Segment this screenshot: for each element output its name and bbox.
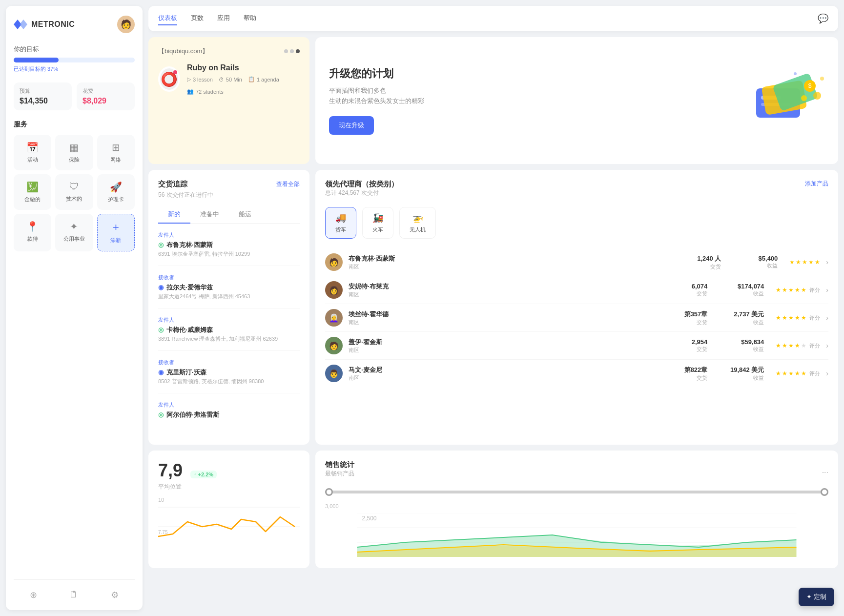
row-3: 7,9 ↑ +2.2% 平均位置 10 7.75 [148, 451, 838, 568]
add-product-button[interactable]: 添加产品 [805, 180, 828, 188]
star-5: ★ [815, 259, 820, 266]
network-icon: ⊞ [112, 142, 120, 153]
upgrade-illustration: $ [746, 69, 824, 132]
progress-bar-fill [14, 58, 59, 62]
service-technical-label: 技术的 [66, 195, 82, 203]
upgrade-button[interactable]: 现在升级 [329, 116, 374, 135]
main-content: 仪表板 页数 应用 帮助 💬 【biqubiqu.com】 [148, 0, 844, 616]
agent-arrow-2[interactable]: › [826, 286, 828, 294]
goal-percent: 已达到目标的 37% [14, 65, 135, 73]
star2-3: ★ [788, 287, 794, 293]
avg-value-row: 7,9 ↑ +2.2% [158, 460, 300, 481]
service-activity-label: 活动 [27, 156, 38, 164]
service-insurance[interactable]: ▦ 保险 [55, 135, 93, 170]
train-icon: 🚂 [372, 212, 383, 223]
agent-trans-label-4: 交货 [697, 346, 707, 353]
agenda-meta: 📋 1 agenda [248, 76, 279, 82]
tab-shipping[interactable]: 船运 [229, 206, 261, 224]
agent-name-2: 安妮特·布莱克 [349, 282, 680, 291]
star4-5: ★ [801, 342, 806, 349]
nav-pages[interactable]: 页数 [191, 12, 204, 25]
services-label: 服务 [14, 120, 135, 129]
service-financial[interactable]: 💹 金融的 [14, 174, 51, 210]
range-handle-left[interactable] [325, 488, 333, 496]
nav-help[interactable]: 帮助 [244, 12, 256, 25]
students-icon: 👥 [187, 88, 194, 95]
star-1: ★ [789, 259, 795, 266]
customize-button[interactable]: ✦ 定制 [799, 588, 834, 606]
role-2: 接收者 [158, 274, 300, 281]
name-4: ◉ 克里斯汀·沃森 [158, 368, 300, 377]
agent-revenue-3: 2,737 美元 收益 [725, 310, 764, 326]
range-handle-right[interactable] [821, 488, 828, 496]
star4-4: ★ [795, 342, 800, 349]
chart-y-labels: 10 [158, 497, 300, 503]
star-4: ★ [808, 259, 814, 266]
course-title: Ruby on Rails [187, 63, 300, 72]
receipt-icon[interactable]: 🗒 [69, 590, 78, 600]
layers-icon[interactable]: ⊛ [30, 590, 37, 600]
avg-chart-container: 10 7.75 [158, 497, 300, 550]
star5-1: ★ [776, 370, 781, 377]
course-card-header: 【biqubiqu.com】 [158, 47, 300, 56]
financial-icon: 💹 [26, 181, 39, 193]
svg-point-10 [801, 95, 807, 101]
rating-label-4: 评分 [809, 342, 820, 349]
progress-bar-bg [14, 58, 135, 62]
agent-trans-label-1: 交货 [710, 263, 721, 270]
star5-2: ★ [782, 370, 787, 377]
delivery-card: 交货追踪 查看全部 56 次交付正在进行中 新的 准备中 船运 发件人 ◎ 布鲁… [148, 170, 309, 445]
svg-point-12 [794, 72, 797, 75]
agent-transactions-5: 第822章 交货 [684, 366, 708, 382]
service-add[interactable]: + 添新 [97, 214, 135, 251]
cat-tab-truck[interactable]: 🚚 货车 [325, 207, 356, 239]
agent-arrow-5[interactable]: › [826, 370, 828, 377]
agent-arrow-1[interactable]: › [826, 258, 828, 266]
nav-dashboard[interactable]: 仪表板 [158, 12, 177, 25]
service-activity[interactable]: 📅 活动 [14, 135, 51, 170]
agent-transactions-3: 第357章 交货 [684, 310, 708, 326]
addr-2: 里家大道2464号 梅萨, 新泽西州 45463 [158, 293, 300, 300]
technical-icon: 🛡 [69, 181, 79, 192]
agent-rev-val-3: 2,737 美元 [734, 310, 764, 319]
range-slider[interactable] [325, 491, 828, 493]
sales-more-icon[interactable]: ··· [822, 468, 828, 477]
chart-y-labels-sales: 3,000 [325, 503, 828, 509]
settings-icon[interactable]: ⚙ [111, 590, 119, 600]
upgrade-text: 升级您的计划 平面插图和我们多色 生动的未混合紫色头发女士的精彩 现在升级 [329, 66, 424, 135]
agent-trans-label-3: 交货 [697, 319, 707, 326]
chat-icon[interactable]: 💬 [818, 13, 828, 24]
service-network[interactable]: ⊞ 网络 [97, 135, 135, 170]
dot-3 [296, 49, 300, 53]
tab-new[interactable]: 新的 [158, 206, 190, 224]
service-reception[interactable]: 📍 款待 [14, 214, 51, 251]
name-1: ◎ 布鲁克林·西蒙斯 [158, 241, 300, 249]
service-technical[interactable]: 🛡 技术的 [55, 174, 93, 210]
sender-icon-2: ◎ [158, 326, 164, 333]
agent-transactions-1: 1,240 人 交货 [697, 254, 721, 270]
view-all-link[interactable]: 查看全部 [276, 180, 300, 188]
name-3: ◎ 卡梅伦·威廉姆森 [158, 326, 300, 334]
service-add-label: 添新 [110, 237, 121, 244]
nav-apps[interactable]: 应用 [217, 12, 230, 25]
cat-tab-train[interactable]: 🚂 火车 [362, 207, 393, 239]
star4-2: ★ [782, 342, 787, 349]
sender-icon-1: ◎ [158, 241, 164, 248]
avatar: 🧑 [117, 16, 135, 33]
agent-row-2: 👩 安妮特·布莱克 南区 6,074 交货 $174,074 收益 ★ [325, 276, 828, 304]
star2-2: ★ [782, 287, 787, 293]
service-public[interactable]: ✦ 公用事业 [55, 214, 93, 251]
tab-preparing[interactable]: 准备中 [190, 206, 229, 224]
star3-2: ★ [782, 314, 787, 321]
name-5: ◎ 阿尔伯特·弗洛雷斯 [158, 411, 300, 419]
service-insurance-label: 保险 [69, 156, 80, 164]
agent-rev-val-1: $5,400 [759, 255, 778, 262]
agent-arrow-3[interactable]: › [826, 314, 828, 322]
agent-arrow-4[interactable]: › [826, 342, 828, 349]
service-nursing[interactable]: 🚀 护理卡 [97, 174, 135, 210]
range-slider-fill [325, 491, 828, 493]
agent-rating-4: ★ ★ ★ ★ ★ 评分 [776, 342, 820, 349]
agent-avatar-5: 👨 [325, 365, 343, 382]
agent-revenue-5: 19,842 美元 收益 [725, 366, 764, 382]
cat-tab-drone[interactable]: 🚁 无人机 [399, 207, 436, 239]
